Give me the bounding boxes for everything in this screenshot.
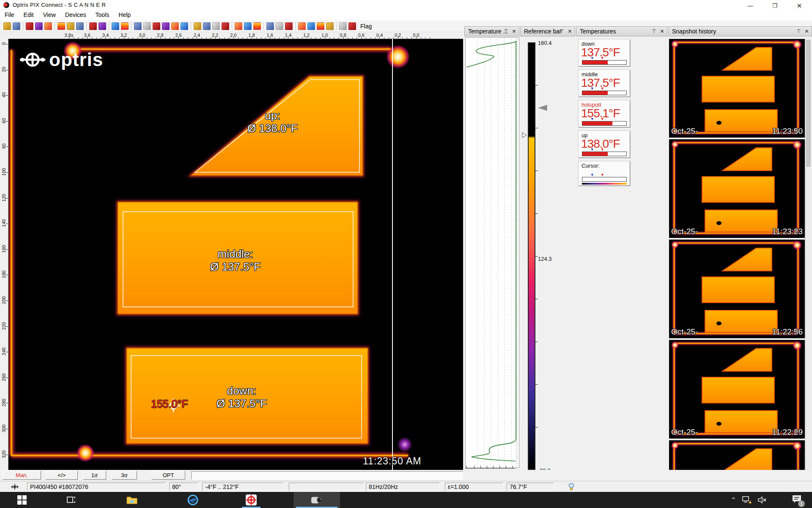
bar-display-icon[interactable] (212, 22, 220, 30)
reference-tick (535, 299, 538, 299)
blank-display-icon[interactable] (253, 22, 261, 30)
reference-range-marker[interactable] (522, 132, 527, 138)
menu-edit[interactable]: Edit (19, 10, 38, 19)
snapshot-thumbnail[interactable]: Oct-25-11:22:29 (669, 340, 805, 439)
measure-area-label-up: up:Ø 138.0°F (247, 109, 298, 135)
close-icon[interactable]: ✕ (658, 28, 666, 35)
snapshot-thumbnail[interactable]: Oct-25-11:22:56 (669, 240, 805, 338)
snapshot-thumbnail[interactable]: Oct-25-11:23:50 (669, 39, 805, 138)
pin-icon[interactable]: ⊤ (650, 28, 658, 35)
palette-1-icon[interactable] (276, 22, 283, 30)
mode-button-man[interactable]: Man. (3, 471, 41, 480)
digital-display-icon[interactable] (203, 22, 211, 30)
menu-help[interactable]: Help (114, 10, 135, 19)
save-icon[interactable] (13, 22, 20, 30)
lamp-icon[interactable] (568, 483, 575, 491)
mode-button-3[interactable]: 3σ (112, 471, 137, 480)
pointer-icon[interactable] (26, 22, 33, 30)
display-layout-2-icon[interactable] (99, 22, 106, 30)
profile-line-icon[interactable] (171, 22, 179, 30)
reference-max-label: 160.4 (538, 40, 552, 46)
pin-icon[interactable]: ⊤ (795, 28, 802, 35)
display-layout-4-icon[interactable] (121, 22, 129, 30)
close-icon[interactable]: ✕ (566, 28, 573, 35)
diagram-colors-icon[interactable] (194, 22, 201, 30)
optris-app-button[interactable] (239, 492, 263, 508)
mode-button-1[interactable]: 1σ (83, 471, 106, 480)
snapshot-scrollbar-thumb[interactable] (806, 40, 811, 167)
menu-tools[interactable]: Tools (91, 10, 114, 19)
optris-target-icon (246, 494, 257, 505)
pin-icon[interactable]: ⊤ (558, 28, 565, 35)
measure-area-label-down: down:Ø 137.5°F (217, 384, 267, 410)
range-arrow-icon[interactable] (222, 22, 229, 30)
thermal-image-canvas[interactable]: optris up:Ø 138.0°Fmiddle:Ø 137.5°Fdown:… (8, 39, 463, 470)
line-ruler: 0204060801001201401601802002202402602803… (0, 39, 8, 470)
temp-display-icon[interactable] (153, 22, 160, 30)
snapshot-thumbnail[interactable]: Oct-25-11:23:23 (669, 139, 805, 238)
snapshot-date: Oct-25- (671, 428, 698, 437)
time-ruler: 3.8s3.63.43.23.02.82.62.42.22.01.81.61.4… (8, 32, 463, 39)
reference-tick (535, 128, 538, 128)
status-field (289, 483, 364, 491)
pix-scanner-app-button[interactable] (294, 492, 340, 508)
optris-logo-text: optris (49, 49, 103, 70)
hidden-icons-chevron-icon[interactable]: ⌃ (731, 496, 736, 504)
svg-text:e: e (191, 496, 195, 504)
task-view-button[interactable] (59, 492, 83, 508)
palette-shift-icon[interactable] (266, 22, 274, 30)
new-window-icon[interactable] (134, 22, 142, 30)
copy-icon[interactable] (76, 22, 84, 30)
drop-marker-icon[interactable] (162, 22, 170, 30)
pause-icon[interactable] (35, 22, 43, 30)
temperature-card-down: down137.5°F▼▼ (579, 39, 630, 66)
record-strip-icon[interactable] (339, 22, 347, 30)
close-icon[interactable]: ✕ (803, 28, 810, 35)
display-layout-3-icon[interactable] (112, 22, 119, 30)
notification-badge: 1 (798, 500, 805, 507)
snapshot-date: Oct-25- (671, 227, 698, 236)
thermometer-icon[interactable] (235, 22, 242, 30)
pan-tool-icon[interactable] (10, 483, 19, 491)
mode-button-opt[interactable]: OPT (151, 471, 185, 480)
mode-button-[interactable]: </> (46, 471, 78, 480)
measure-area-label-middle: middle:Ø 137.5°F (210, 248, 261, 273)
display-layout-1-icon[interactable] (89, 22, 97, 30)
status-field: PI400/450 #18072076 (27, 483, 166, 491)
reference-tick (535, 213, 538, 214)
menu-file[interactable]: File (0, 10, 19, 19)
fullscreen-icon[interactable] (244, 22, 252, 30)
menu-view[interactable]: View (38, 10, 60, 19)
line-ruler-label: 260 (1, 371, 6, 384)
flame-icon[interactable] (307, 22, 315, 30)
snapshot-history-panel-title: Snapshot history (672, 28, 716, 35)
pin-icon[interactable]: ⊤ (502, 28, 510, 35)
measure-tools-icon[interactable] (298, 22, 306, 30)
low-marker-icon: ▼ (590, 173, 594, 177)
histogram-icon[interactable] (143, 22, 151, 30)
palette-2-icon[interactable] (285, 22, 293, 30)
internet-explorer-button[interactable]: e (181, 492, 205, 508)
action-center-button[interactable]: 1 (792, 492, 802, 508)
window-title: Optris PIX Connect - S C A N N E R (13, 2, 106, 8)
snapshot-camera-icon[interactable] (67, 22, 74, 30)
close-icon[interactable]: ✕ (510, 28, 518, 35)
file-explorer-button[interactable] (120, 492, 144, 508)
flag-label[interactable]: Flag (360, 23, 372, 30)
stop-icon[interactable] (44, 22, 52, 30)
line-ruler-label: 100 (1, 166, 6, 178)
speaker-muted-icon[interactable] (757, 496, 767, 504)
start-button[interactable] (10, 492, 34, 508)
reference-tick (535, 342, 538, 342)
menu-devices[interactable]: Devices (60, 10, 91, 19)
network-warning-icon[interactable]: ! (742, 496, 752, 504)
open-file-icon[interactable] (3, 22, 11, 30)
high-marker-icon: ▼ (601, 147, 604, 152)
measure-tools-2-icon[interactable] (326, 22, 334, 30)
save-colored-icon[interactable] (348, 22, 356, 30)
record-icon[interactable] (58, 22, 65, 30)
line-ruler-label: 320 (1, 448, 6, 461)
range-box-icon[interactable] (317, 22, 324, 30)
image-horizontal-scrollbar[interactable] (191, 471, 463, 480)
brace-icon[interactable] (181, 22, 188, 30)
